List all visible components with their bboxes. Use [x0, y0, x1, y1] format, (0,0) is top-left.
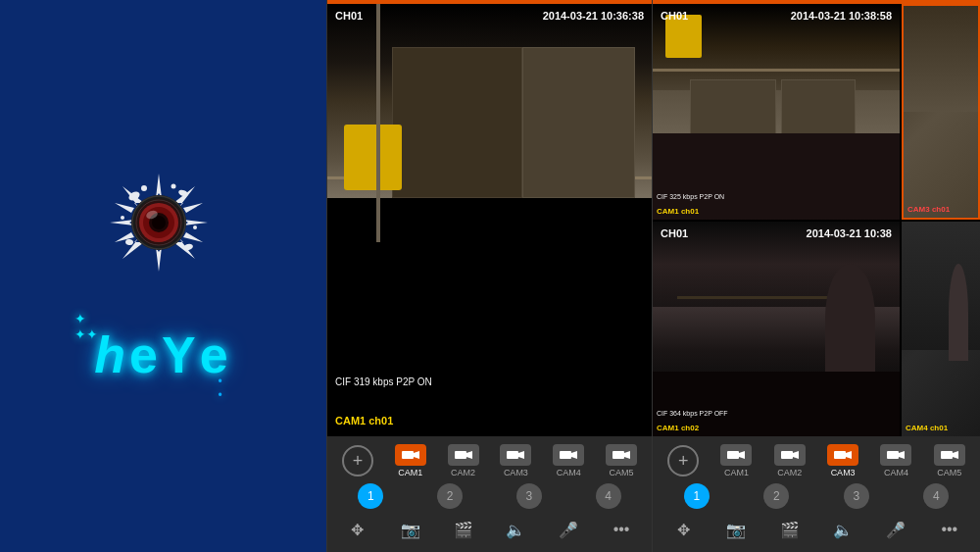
- cam2-name-label: CAM1 ch02: [657, 424, 699, 432]
- panel3-toolbar: + CAM1 CAM2 CAM3: [653, 436, 980, 552]
- cam2-channel: CH01: [661, 227, 688, 239]
- snapshot-button[interactable]: 📷: [396, 515, 425, 544]
- thumb2-person: [949, 264, 968, 361]
- cam3-4-icon: [880, 444, 911, 466]
- page-btn-3-1[interactable]: 1: [684, 483, 710, 509]
- camera-icon: [455, 449, 472, 461]
- page-btn-4[interactable]: 4: [596, 483, 621, 509]
- svg-marker-32: [466, 451, 472, 459]
- logo-text-wrapper: ✦✦✦ heYe ••: [94, 326, 231, 384]
- logo-panel: ✦✦✦ heYe ••: [0, 0, 326, 552]
- cam4-name-label: CAM4 ch01: [906, 424, 948, 432]
- svg-rect-31: [455, 451, 466, 459]
- cam-btn-3[interactable]: CAM3: [500, 444, 531, 477]
- cam-btn-3-2[interactable]: CAM2: [774, 444, 806, 477]
- move-button[interactable]: ✥: [343, 515, 372, 544]
- shelf-top: [653, 69, 900, 72]
- svg-point-18: [121, 216, 124, 220]
- cam-btn-3-1[interactable]: CAM1: [720, 444, 752, 477]
- channel-label: CH01: [335, 10, 363, 22]
- cam5-label: CAM5: [610, 468, 634, 477]
- desk-line: [677, 296, 850, 299]
- cam1-name-label: CAM1 ch01: [657, 207, 699, 216]
- page-row: 1 2 3 4: [331, 483, 648, 509]
- svg-marker-2: [110, 220, 134, 226]
- cam3-5-label: CAM5: [937, 468, 961, 477]
- panel2-toolbar: + CAM1 CAM2 CAM3: [327, 436, 652, 552]
- cam3-1-label: CAM1: [724, 468, 749, 477]
- person-silhouette: [825, 264, 874, 372]
- logo-eye: [105, 169, 222, 286]
- cam3-1-icon: [720, 444, 752, 466]
- cam3-icon: [500, 444, 531, 466]
- svg-rect-45: [887, 451, 899, 459]
- cam2-stream-info: CIF 364 kbps P2P OFF: [657, 410, 728, 417]
- timestamp-label: 2014-03-21 10:36:38: [543, 10, 644, 22]
- svg-rect-35: [560, 451, 571, 459]
- volume-button[interactable]: 🔈: [501, 515, 530, 544]
- page-btn-3-2[interactable]: 2: [763, 483, 789, 509]
- svg-marker-38: [624, 451, 630, 459]
- cam-btn-4[interactable]: CAM4: [553, 444, 584, 477]
- camera-info-overlay: CIF 319 kbps P2P ON: [335, 376, 432, 387]
- app-logo-text: heYe: [94, 326, 231, 384]
- scene-bottom: [327, 264, 652, 436]
- more-button-3[interactable]: •••: [935, 515, 964, 544]
- svg-rect-33: [507, 451, 518, 459]
- action-row: ✥ 📷 🎬 🔈 🎤 •••: [331, 515, 648, 544]
- add-camera-button-3[interactable]: +: [667, 445, 699, 477]
- page-btn-3[interactable]: 3: [516, 483, 542, 509]
- mic-button[interactable]: 🎤: [554, 515, 583, 544]
- cam1-timestamp: 2014-03-21 10:38:58: [791, 10, 892, 22]
- multi-camera-grid: CH01 2014-03-21 10:38:58 CIF 325 kbps P2…: [653, 4, 980, 436]
- add-camera-button[interactable]: +: [342, 445, 373, 477]
- volume-button-3[interactable]: 🔈: [828, 515, 858, 544]
- svg-marker-36: [571, 451, 577, 459]
- svg-point-17: [171, 183, 175, 188]
- thumb1-bg: [904, 6, 978, 112]
- camera-icon: [612, 449, 630, 461]
- eye-icon: [105, 169, 213, 276]
- cam1-top-overlay: CH01 2014-03-21 10:38:58: [661, 10, 892, 22]
- svg-marker-34: [518, 451, 524, 459]
- mic-button-3[interactable]: 🎤: [881, 515, 910, 544]
- svg-point-14: [124, 238, 133, 245]
- svg-marker-42: [793, 451, 799, 459]
- cam1-stream-info: CIF 325 kbps P2P ON: [657, 193, 724, 200]
- action-row-3: ✥ 📷 🎬 🔈 🎤 •••: [657, 515, 976, 544]
- page-btn-1[interactable]: 1: [358, 483, 383, 509]
- page-btn-2[interactable]: 2: [437, 483, 463, 509]
- page-btn-3-3[interactable]: 3: [844, 483, 869, 509]
- cam-cell-bottom-right: CAM4 ch01: [902, 222, 980, 437]
- cam-btn-5[interactable]: CAM5: [606, 444, 637, 477]
- camera-select-row-3: + CAM1 CAM2 CAM3: [657, 444, 976, 477]
- cam-cell-top-right: CAM3 ch01: [902, 4, 980, 220]
- camera-feed-bg: [327, 4, 652, 436]
- page-btn-3-4[interactable]: 4: [923, 483, 949, 509]
- svg-point-19: [193, 226, 197, 229]
- camera-icon: [834, 449, 852, 461]
- cam4-label: CAM4: [557, 468, 581, 477]
- snapshot-button-3[interactable]: 📷: [721, 515, 751, 544]
- more-button[interactable]: •••: [607, 515, 636, 544]
- camera-feed-area: CH01 2014-03-21 10:36:38 CIF 319 kbps P2…: [327, 4, 652, 436]
- cam-btn-3-4[interactable]: CAM4: [880, 444, 911, 477]
- cam5-icon: [606, 444, 637, 466]
- svg-rect-39: [727, 451, 739, 459]
- cam3-5-icon: [934, 444, 965, 466]
- cam-btn-3-3[interactable]: CAM3: [827, 444, 858, 477]
- camera-select-row: + CAM1 CAM2 CAM3: [331, 444, 648, 477]
- move-button-3[interactable]: ✥: [668, 515, 698, 544]
- stream-info: CIF 319 kbps P2P ON: [335, 376, 432, 387]
- camera-icon: [560, 449, 577, 461]
- cam-btn-3-5[interactable]: CAM5: [934, 444, 965, 477]
- cam-cell-bottom-left: CH01 2014-03-21 10:38 CIF 364 kbps P2P O…: [653, 222, 900, 437]
- cam-btn-2[interactable]: CAM2: [448, 444, 479, 477]
- record-button-3[interactable]: 🎬: [775, 515, 805, 544]
- cam-btn-1[interactable]: CAM1: [395, 444, 426, 477]
- svg-rect-47: [941, 451, 953, 459]
- cam1-icon: [395, 444, 426, 466]
- camera-icon: [941, 449, 958, 461]
- record-button[interactable]: 🎬: [449, 515, 478, 544]
- cam3-2-label: CAM2: [777, 468, 802, 477]
